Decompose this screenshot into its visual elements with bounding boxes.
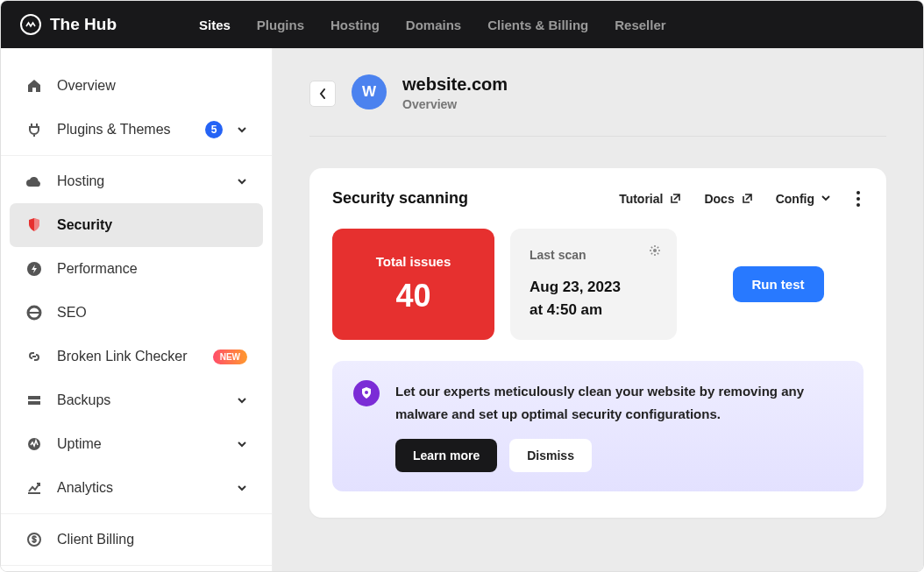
- scan-settings-button[interactable]: [649, 244, 661, 257]
- svg-rect-3: [28, 396, 40, 399]
- sidebar-item-broken-link-checker[interactable]: Broken Link CheckerNEW: [10, 335, 263, 378]
- brand-logo[interactable]: The Hub: [20, 14, 117, 35]
- uptime-icon: [25, 435, 43, 453]
- docs-link[interactable]: Docs: [704, 192, 752, 206]
- sidebar-item-label: Broken Link Checker: [57, 349, 199, 364]
- chevron-down-icon: [237, 178, 247, 185]
- topnav-plugins[interactable]: Plugins: [257, 18, 304, 32]
- sidebar-item-plugins-themes[interactable]: Plugins & Themes5: [10, 108, 263, 152]
- expert-notice: Let our experts meticulously clean your …: [332, 361, 864, 491]
- sidebar-item-label: Security: [57, 217, 247, 233]
- sidebar-item-backups[interactable]: Backups: [10, 378, 263, 422]
- sidebar-item-hosting[interactable]: Hosting: [10, 159, 263, 203]
- sidebar-item-overview[interactable]: Overview: [10, 64, 263, 108]
- more-menu[interactable]: [853, 191, 864, 207]
- shield-badge-icon: [353, 380, 380, 406]
- security-card: Security scanning Tutorial Docs Config: [309, 168, 886, 518]
- sidebar-item-label: Hosting: [57, 173, 223, 189]
- dismiss-button[interactable]: Dismiss: [509, 439, 592, 472]
- content-area: W website.com Overview Security scanning…: [273, 48, 923, 571]
- chevron-left-icon: [319, 88, 326, 99]
- external-link-icon: [742, 193, 753, 204]
- shield-icon: [25, 216, 43, 234]
- svg-rect-4: [28, 401, 40, 405]
- svg-rect-2: [29, 312, 39, 314]
- site-avatar: W: [352, 74, 387, 109]
- back-button[interactable]: [309, 81, 336, 107]
- topnav-domains[interactable]: Domains: [406, 18, 461, 32]
- backups-icon: [25, 392, 43, 409]
- svg-point-7: [653, 249, 657, 252]
- plug-icon: [25, 121, 43, 138]
- notice-text: Let our experts meticulously clean your …: [395, 380, 842, 425]
- site-header: W website.com Overview: [309, 74, 886, 137]
- chevron-down-icon: [237, 397, 247, 404]
- analytics-icon: [25, 479, 43, 497]
- stats-row: Total issues 40 Last scan Aug 23, 2023 a…: [332, 229, 864, 340]
- count-badge: 5: [205, 121, 223, 138]
- sidebar-item-label: Performance: [57, 261, 247, 277]
- sidebar: OverviewPlugins & Themes5HostingSecurity…: [1, 48, 273, 571]
- total-issues-label: Total issues: [376, 254, 451, 269]
- topnav-sites[interactable]: Sites: [199, 18, 231, 32]
- topnav-clients-billing[interactable]: Clients & Billing: [487, 18, 588, 32]
- sidebar-item-security[interactable]: Security: [10, 203, 263, 247]
- site-name: website.com: [402, 74, 508, 95]
- new-badge: NEW: [213, 350, 247, 364]
- learn-more-button[interactable]: Learn more: [395, 439, 497, 472]
- sidebar-item-label: Client Billing: [57, 532, 247, 547]
- sidebar-item-label: Backups: [57, 392, 223, 408]
- last-scan-time: at 4:50 am: [530, 299, 657, 321]
- sidebar-item-client-billing[interactable]: Client Billing: [10, 518, 263, 561]
- config-dropdown[interactable]: Config: [776, 192, 830, 206]
- sidebar-item-performance[interactable]: Performance: [10, 247, 263, 291]
- svg-point-8: [365, 391, 368, 394]
- total-issues-count: 40: [395, 278, 430, 314]
- external-link-icon: [670, 193, 681, 204]
- sidebar-item-analytics[interactable]: Analytics: [10, 466, 263, 510]
- seo-icon: [25, 304, 43, 321]
- chevron-down-icon: [237, 126, 247, 133]
- run-test-area: Run test: [693, 229, 864, 340]
- site-subtitle: Overview: [402, 97, 508, 111]
- link-icon: [25, 348, 43, 365]
- last-scan-tile: Last scan Aug 23, 2023 at 4:50 am: [510, 229, 677, 340]
- topnav-hosting[interactable]: Hosting: [331, 18, 380, 32]
- sidebar-item-label: SEO: [57, 305, 247, 321]
- brand-text: The Hub: [50, 15, 117, 34]
- sidebar-item-seo[interactable]: SEO: [10, 291, 263, 335]
- chevron-down-icon: [821, 195, 830, 201]
- top-navigation: SitesPluginsHostingDomainsClients & Bill…: [199, 18, 666, 32]
- cloud-icon: [25, 173, 43, 190]
- sidebar-item-label: Plugins & Themes: [57, 122, 191, 138]
- sidebar-item-uptime[interactable]: Uptime: [10, 422, 263, 466]
- dollar-icon: [25, 531, 43, 548]
- sidebar-item-label: Overview: [57, 78, 247, 94]
- chevron-down-icon: [237, 484, 247, 491]
- gear-icon: [649, 244, 661, 257]
- sidebar-item-label: Analytics: [57, 480, 223, 496]
- topnav-reseller[interactable]: Reseller: [615, 18, 665, 32]
- card-title: Security scanning: [332, 189, 619, 208]
- brand-icon: [20, 14, 41, 35]
- bolt-icon: [25, 260, 43, 278]
- home-icon: [25, 77, 43, 95]
- topbar: The Hub SitesPluginsHostingDomainsClient…: [1, 1, 923, 48]
- total-issues-tile[interactable]: Total issues 40: [332, 229, 494, 340]
- sidebar-item-label: Uptime: [57, 436, 223, 452]
- chevron-down-icon: [237, 441, 247, 448]
- card-head: Security scanning Tutorial Docs Config: [332, 189, 864, 208]
- last-scan-date: Aug 23, 2023: [530, 276, 657, 299]
- run-test-button[interactable]: Run test: [733, 266, 824, 302]
- tutorial-link[interactable]: Tutorial: [619, 192, 681, 206]
- last-scan-label: Last scan: [530, 248, 657, 262]
